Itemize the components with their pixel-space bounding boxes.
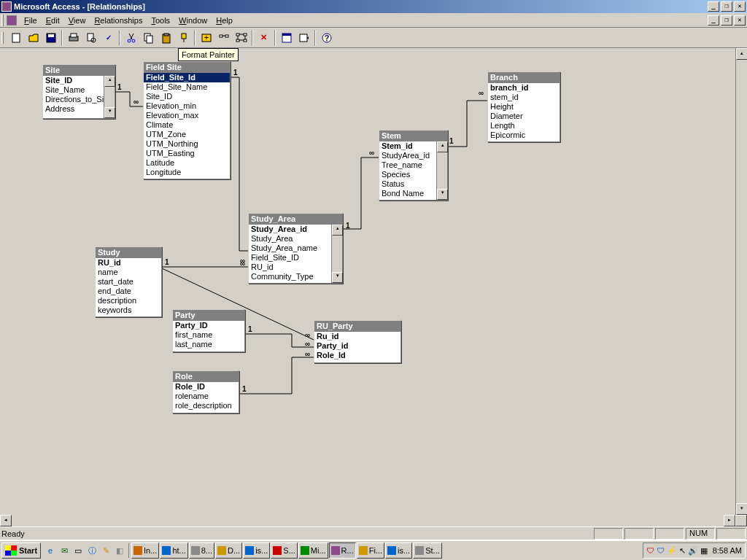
print-preview-button[interactable] [82,30,99,46]
table-title[interactable]: Study [96,247,161,258]
field[interactable]: Elevation_min [144,101,230,111]
ql-app-icon[interactable]: ✎ [99,543,112,558]
format-painter-button[interactable] [175,30,192,46]
menu-grip[interactable] [1,15,4,26]
field[interactable]: Address [43,104,104,114]
field[interactable]: Length [488,121,560,131]
scroll-down-button[interactable]: ▾ [736,503,747,515]
field[interactable]: branch_id [488,83,560,93]
task-button[interactable]: is... [385,542,412,559]
new-button[interactable] [7,30,24,46]
field[interactable]: UTM_Easting [144,149,230,158]
table-title[interactable]: Study_Area [249,214,342,225]
tray-shield-icon[interactable]: 🛡 [646,546,654,555]
field[interactable]: Species [379,170,436,179]
field[interactable]: Site_ID [43,76,104,85]
tray-clock[interactable]: 8:58 AM [713,546,742,555]
show-all-button[interactable] [233,30,249,46]
field[interactable]: Party_id [314,341,400,351]
print-button[interactable] [65,30,82,46]
field[interactable]: UTM_Zone [144,130,230,139]
field[interactable]: Stem_id [379,141,436,151]
field[interactable]: Field_Site_Id [144,73,230,82]
field[interactable]: Study_Area_id [249,225,331,234]
field[interactable]: last_name [173,340,244,349]
paste-button[interactable] [158,30,174,46]
mdi-minimize-button[interactable]: _ [708,15,719,26]
field[interactable]: Site_ID [144,92,230,101]
field[interactable]: Role_Id [314,351,400,360]
table-title[interactable]: Party [173,310,244,321]
system-tray[interactable]: 🛡 🛡 ⚡ ↖ 🔊 ▦ 8:58 AM [643,542,746,559]
task-button[interactable]: St... [413,542,442,559]
close-button[interactable]: ✕ [734,1,746,12]
spelling-button[interactable]: ✓ [100,30,117,46]
scroll-up-button[interactable]: ▴ [736,48,747,60]
menu-tools[interactable]: Tools [147,15,174,26]
menu-edit[interactable]: Edit [42,15,64,26]
task-button[interactable]: In... [131,542,159,559]
field[interactable]: Study_Area_name [249,244,331,253]
field[interactable]: Bond Name [379,189,436,198]
field[interactable]: Latitude [144,158,230,168]
tray-cursor-icon[interactable]: ↖ [679,546,686,556]
table-ruparty[interactable]: RU_Party Ru_id Party_id Role_Id [314,320,401,363]
menu-file[interactable]: File [20,15,42,26]
table-title[interactable]: Role [173,371,239,382]
database-window-button[interactable] [278,30,295,46]
field[interactable]: Directions_to_Si [43,95,104,104]
table-title[interactable]: Site [43,65,115,76]
menu-window[interactable]: Window [174,15,212,26]
menu-relationships[interactable]: Relationships [90,15,147,26]
canvas-vscroll[interactable]: ▴ ▾ [735,48,747,515]
tray-net-icon[interactable]: ▦ [700,546,708,556]
table-site[interactable]: Site Site_ID Site_Name Directions_to_Si … [42,64,115,119]
copy-button[interactable] [140,30,157,46]
field[interactable]: Status [379,179,436,189]
table-title[interactable]: Stem [379,131,447,141]
field[interactable]: keywords [96,306,161,315]
show-table-button[interactable]: + [198,30,214,46]
table-title[interactable]: Field Site [144,62,230,73]
help-button[interactable]: ? [318,30,335,46]
table-fieldsite[interactable]: Field Site Field_Site_Id Field_Site_Name… [143,61,231,179]
field[interactable]: stem_id [488,93,560,102]
canvas-hscroll[interactable]: ◂ ▸ [0,515,747,526]
task-button[interactable]: S... [271,542,298,559]
field[interactable]: RU_id [96,258,161,268]
maximize-button[interactable]: ❐ [721,1,732,12]
show-direct-button[interactable] [215,30,232,46]
table-title[interactable]: Branch [488,72,560,83]
ql-outlook-icon[interactable]: ✉ [58,543,71,558]
field[interactable]: Role_ID [173,382,239,392]
field[interactable]: Diameter [488,112,560,121]
minimize-button[interactable]: _ [708,1,719,12]
task-button[interactable]: D... [215,542,242,559]
field[interactable]: Epicormic [488,131,560,140]
mdi-close-button[interactable]: ✕ [734,15,746,26]
scroll-left-button[interactable]: ◂ [0,515,12,526]
table-scrollbar[interactable]: ▴▾ [104,76,115,118]
clear-layout-button[interactable]: ✕ [255,30,272,46]
field[interactable]: start_date [96,277,161,287]
cut-button[interactable] [123,30,139,46]
field[interactable]: Tree_name [379,160,436,170]
save-button[interactable] [42,30,59,46]
field[interactable]: Study_Area [249,234,331,244]
tray-bolt-icon[interactable]: ⚡ [667,546,677,556]
field[interactable]: UTM_Northing [144,139,230,149]
task-button[interactable]: is... [243,542,270,559]
open-button[interactable] [25,30,42,46]
task-button[interactable]: 8... [189,542,214,559]
mdi-restore-button[interactable]: ❐ [721,15,732,26]
relationships-canvas[interactable]: 1 ∞ 1 ∞ 1 ∞ 1 ∞ 1 ∞ ∞ ∞ ∞ 1 1 Site Site_… [0,48,735,515]
menu-help[interactable]: Help [212,15,237,26]
new-object-button[interactable] [295,30,312,46]
start-button[interactable]: Start [1,542,41,559]
field[interactable]: Longitude [144,168,230,177]
ql-info-icon[interactable]: ⓘ [85,543,98,558]
field[interactable]: Height [488,102,560,112]
field[interactable]: Community_Type [249,272,331,281]
menu-view[interactable]: View [64,15,90,26]
table-studyarea[interactable]: Study_Area Study_Area_id Study_Area Stud… [248,213,343,284]
